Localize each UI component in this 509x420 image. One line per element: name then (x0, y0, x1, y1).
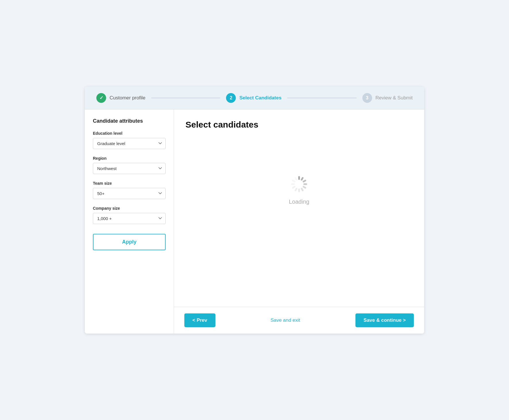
loading-container: Loading (185, 141, 413, 240)
prev-button[interactable]: < Prev (184, 313, 215, 327)
svg-rect-5 (301, 187, 304, 191)
svg-rect-8 (292, 185, 296, 189)
filter-group-team-size: Team size 1-10 11-50 50+ 100+ 500+ (93, 181, 166, 199)
region-label: Region (93, 156, 166, 161)
company-size-select[interactable]: 1-100 101-500 500-1000 1,000 + 5,000+ (93, 213, 166, 224)
content-main: Select candidates (174, 109, 424, 307)
sidebar-title: Candidate attributes (93, 118, 166, 124)
svg-rect-10 (292, 179, 296, 183)
save-continue-button[interactable]: Save & continue > (355, 313, 414, 327)
stepper-header: ✓ Customer profile 2 Select Candidates 3… (85, 87, 424, 109)
region-select[interactable]: Northeast Northwest Southeast Southwest … (93, 163, 166, 174)
step-review-submit: 3 Review & Submit (362, 93, 413, 103)
step-circle-1: ✓ (96, 93, 106, 103)
step-circle-3: 3 (362, 93, 372, 103)
page-title: Select candidates (185, 120, 413, 130)
sidebar: Candidate attributes Education level Hig… (85, 109, 174, 334)
content-footer: < Prev Save and exit Save & continue > (174, 307, 424, 334)
loading-spinner (290, 176, 308, 193)
svg-rect-11 (294, 177, 298, 181)
step-customer-profile: ✓ Customer profile (96, 93, 146, 103)
svg-rect-7 (294, 187, 298, 191)
svg-rect-0 (298, 176, 300, 180)
save-exit-button[interactable]: Save and exit (271, 317, 300, 323)
team-size-label: Team size (93, 181, 166, 186)
filter-group-education: Education level High school Bachelor's l… (93, 131, 166, 149)
step-label-3: Review & Submit (376, 95, 413, 101)
step-label-2: Select Candidates (239, 95, 281, 101)
education-level-label: Education level (93, 131, 166, 136)
step-label-1: Customer profile (110, 95, 146, 101)
team-size-select[interactable]: 1-10 11-50 50+ 100+ 500+ (93, 188, 166, 199)
education-level-select[interactable]: High school Bachelor's level Graduate le… (93, 138, 166, 149)
svg-rect-3 (303, 183, 307, 185)
spinner-svg (290, 176, 308, 193)
svg-rect-6 (298, 188, 300, 192)
step-circle-2: 2 (226, 93, 236, 103)
svg-rect-2 (302, 179, 306, 183)
step-select-candidates: 2 Select Candidates (226, 93, 281, 103)
svg-rect-1 (301, 177, 304, 181)
step-connector-2 (287, 98, 357, 98)
app-container: ✓ Customer profile 2 Select Candidates 3… (85, 87, 424, 334)
loading-text: Loading (289, 199, 309, 205)
apply-button[interactable]: Apply (93, 234, 166, 250)
svg-rect-9 (291, 183, 295, 185)
filter-group-region: Region Northeast Northwest Southeast Sou… (93, 156, 166, 174)
step-connector-1 (151, 98, 221, 98)
svg-rect-4 (302, 185, 306, 189)
company-size-label: Company size (93, 206, 166, 211)
main-layout: Candidate attributes Education level Hig… (85, 109, 424, 334)
content-area: Select candidates (174, 109, 424, 334)
filter-group-company-size: Company size 1-100 101-500 500-1000 1,00… (93, 206, 166, 224)
